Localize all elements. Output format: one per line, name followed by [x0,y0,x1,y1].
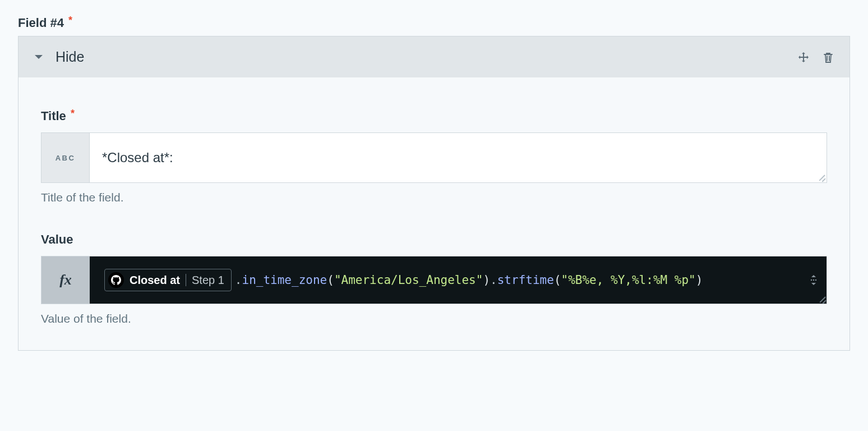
panel-body: Title * ABC *Closed at*: Title of the fi… [19,77,849,350]
section-label-text: Field #4 [18,16,64,30]
panel-header: Hide [19,36,849,77]
chevron-down-icon [34,54,43,60]
datapill-closed-at[interactable]: Closed at Step 1 [104,269,232,291]
section-label: Field #4 * [18,16,850,30]
title-input-value: *Closed at*: [102,150,173,166]
move-icon [798,52,809,63]
code-fn: strftime [497,273,554,287]
formula-type-icon: fx [59,272,72,288]
title-label: Title * [41,109,827,123]
datapill-label: Closed at [124,274,186,287]
value-formula-input[interactable]: Closed at Step 1 .in_time_zone("America/… [90,256,827,304]
value-type-badge[interactable]: fx [41,256,90,304]
svg-point-0 [811,279,812,281]
code-dot: . [235,273,242,287]
code-fn: in_time_zone [242,273,327,287]
text-type-icon: ABC [56,154,76,162]
title-label-text: Title [41,109,66,123]
value-label: Value [41,232,827,247]
title-input[interactable]: *Closed at*: [90,133,827,182]
collapse-toggle[interactable] [33,52,44,63]
title-helper: Title of the field. [41,191,827,204]
code-paren: ) [696,273,703,287]
value-label-text: Value [41,232,73,246]
code-paren: ( [327,273,334,287]
title-type-badge[interactable]: ABC [41,133,90,182]
resize-handle[interactable] [818,295,825,302]
field-panel: Hide Title * ABC *Closed at*: [18,36,850,351]
title-field-block: Title * ABC *Closed at*: Title of the fi… [41,109,827,204]
delete-button[interactable] [821,51,835,64]
value-helper: Value of the field. [41,312,827,325]
required-star: * [68,15,72,26]
svg-point-2 [815,279,816,281]
trash-icon [823,52,833,63]
formula-mode-toggle[interactable] [809,274,819,286]
value-formula-wrap: fx Closed at Step 1 .in_time_zone("Ameri [41,256,827,304]
github-icon [108,272,124,288]
title-input-wrap: ABC *Closed at*: [41,132,827,183]
collapse-toggle-label[interactable]: Hide [56,49,84,65]
move-handle[interactable] [797,51,810,64]
value-field-block: Value fx Closed at Step 1 [41,232,827,325]
code-str: "%B%e, %Y,%l:%M %p" [561,273,696,287]
code-dot: . [490,273,497,287]
code-str: "America/Los_Angeles" [334,273,483,287]
code-paren: ( [554,273,561,287]
resize-handle[interactable] [817,173,825,181]
svg-point-1 [813,279,814,281]
required-star: * [71,108,75,119]
code-paren: ) [483,273,490,287]
datapill-step: Step 1 [186,274,224,287]
formula-code: .in_time_zone("America/Los_Angeles").str… [235,273,703,287]
